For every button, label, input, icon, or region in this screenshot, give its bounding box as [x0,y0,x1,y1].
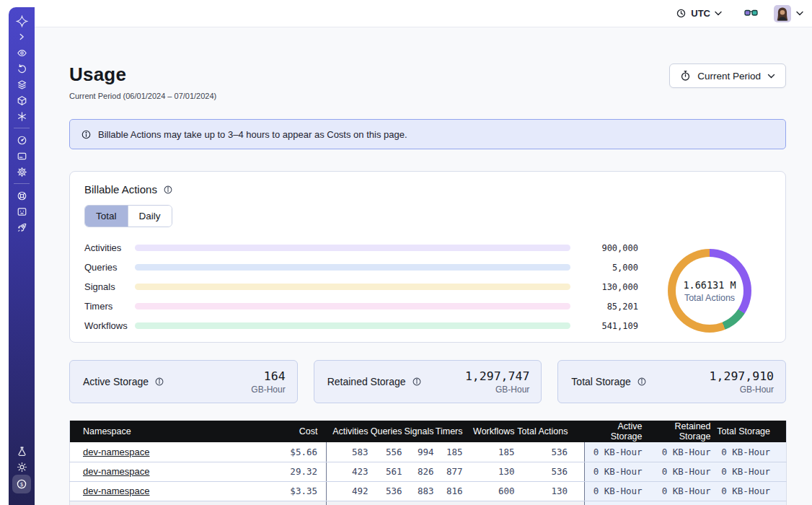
chevron-down-icon [796,11,803,16]
cell-retained-storage: 0 KB-Hour [643,462,711,481]
main-content: Usage Current Period (06/01/2024 – 07/01… [35,27,812,505]
namespace-link[interactable]: dev-namespace [83,466,150,477]
terminal-icon[interactable] [12,203,32,219]
cell-timers: 816 [434,481,463,501]
table-header-row: Namespace Cost Activities Queries Signal… [70,421,787,442]
cell-signals: 826 [402,462,434,481]
storage-card-unit: GB-Hour [465,385,529,395]
usage-dollar-icon[interactable]: $ [12,475,31,493]
total-storage-card: Total Storage 1,297,910 GB-Hour [557,360,786,403]
timezone-label: UTC [691,8,710,19]
tab-daily[interactable]: Daily [128,206,172,227]
app-window: $ UTC Usage Current Period (06/01/2024 –… [0,0,812,505]
active-storage-card: Active Storage 164 GB-Hour [69,360,298,403]
col-header-active-storage: Active Storage [585,421,643,442]
tab-total[interactable]: Total [85,206,128,227]
period-dropdown-label: Current Period [697,71,761,82]
cell-queries: 536 [369,481,402,501]
table-row: dev-namespace $3.35 492 536 883 816 600 … [70,481,787,501]
bar-track [135,322,570,329]
sidebar-divider [14,128,30,128]
page-subtitle: Current Period (06/01/2024 – 07/01/2024) [69,92,216,100]
cell-activities: 583 [327,442,369,462]
storage-card-unit: GB-Hour [251,385,285,395]
clock-icon [676,8,687,19]
chart-view-tabs: Total Daily [84,205,172,227]
feedback-glasses-icon[interactable] [741,6,761,22]
col-header-total-storage: Total Storage [711,421,787,442]
asterisk-icon[interactable] [12,108,32,124]
cell-cost: $5.66 [279,442,327,462]
storage-card-value: 164 [251,369,285,383]
history-icon[interactable] [12,61,32,76]
namespace-link[interactable]: dev-namespace [83,447,150,457]
cell-signals: 994 [402,442,434,462]
namespace-link[interactable]: dev-namespace [83,486,150,496]
storage-summary-row: Active Storage 164 GB-Hour Retained Stor… [69,360,786,403]
cube-icon[interactable] [12,92,32,108]
cell-total-storage: 0 KB-Hour [711,481,787,501]
bar-row-queries: Queries 5,000 [84,264,638,271]
col-header-timers: Timers [434,421,463,442]
bar-track [135,245,570,251]
storage-card-value: 1,297,910 [710,369,774,383]
table-row: dev-namespace 29.32 423 561 826 877 130 … [70,462,787,481]
cell-activities: 492 [327,481,369,501]
cell-active-storage: 0 KB-Hour [585,462,643,481]
storage-card-value: 1,297,747 [465,369,529,383]
bar-value: 541,109 [581,321,638,331]
col-header-activities: Activities [327,421,369,442]
cell-total-storage: 0 KB-Hour [711,442,787,462]
bar-track [135,303,570,309]
col-header-total-actions: Total Actions [515,421,585,442]
bar-label: Signals [84,281,129,292]
chevron-down-icon [767,74,775,79]
support-lifebuoy-icon[interactable] [12,188,32,203]
cell-total-actions: 536 [515,442,585,462]
labs-flask-icon[interactable] [12,443,32,459]
layers-icon[interactable] [12,76,32,92]
chevron-down-icon [715,11,722,16]
sidebar-divider [14,183,30,184]
bar-row-signals: Signals 130,000 [84,284,638,290]
settings-gear-icon[interactable] [12,164,32,180]
avatar [774,5,791,22]
billable-actions-card: Billable Actions Total Daily Activities … [69,171,786,343]
bar-label: Workflows [84,320,129,331]
cell-workflows: 600 [463,481,515,501]
eye-icon[interactable] [12,45,32,61]
topbar: UTC [35,0,812,27]
timezone-selector[interactable]: UTC [676,8,722,19]
theme-sun-icon[interactable] [12,459,32,475]
user-menu[interactable] [774,5,803,22]
info-icon [412,377,422,387]
total-actions-donut: 1.66131 M Total Actions [668,249,751,333]
cell-timers: 185 [434,442,463,462]
billing-card-icon[interactable] [12,148,32,164]
storage-card-label: Retained Storage [327,376,406,387]
cell-total-actions: 130 [515,481,585,501]
rocket-icon[interactable] [12,219,32,235]
cell-cost: $3.35 [279,481,327,501]
svg-text:$: $ [20,481,24,488]
period-dropdown-button[interactable]: Current Period [669,63,786,88]
bar-value: 900,000 [581,243,638,253]
bar-label: Timers [84,301,129,312]
temporal-logo-icon[interactable] [12,13,32,29]
col-header-cost: Cost [279,421,327,442]
expand-chevron-icon[interactable] [12,29,32,45]
cell-activities: 423 [327,462,369,481]
info-banner: Billable Actions may take up to 3–4 hour… [69,119,786,149]
gauge-icon[interactable] [12,132,32,148]
col-header-signals: Signals [402,421,434,442]
donut-center-value: 1.66131 M [683,279,736,291]
storage-card-label: Total Storage [571,376,631,387]
storage-card-label: Active Storage [83,376,149,387]
table-row-partial [70,501,787,505]
cell-retained-storage: 0 KB-Hour [643,481,711,501]
storage-card-unit: GB-Hour [710,385,774,395]
info-icon [81,129,92,140]
info-banner-text: Billable Actions may take up to 3–4 hour… [98,129,407,140]
billable-actions-title: Billable Actions [84,183,157,196]
table-row: dev-namespace $5.66 583 556 994 185 185 … [70,442,787,462]
